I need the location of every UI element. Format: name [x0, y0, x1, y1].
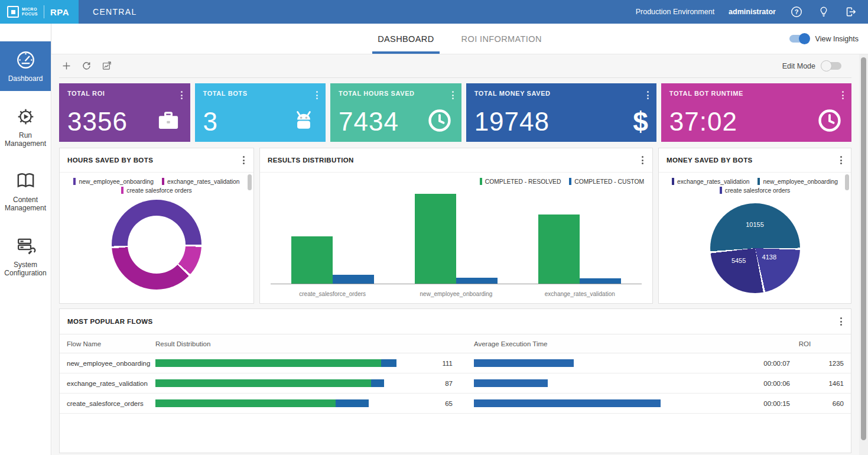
dashboard-toolbar: Edit Mode [59, 54, 851, 78]
brand-area: MICRO FOCUS RPA [0, 0, 79, 24]
edit-mode-label: Edit Mode [782, 62, 815, 70]
svg-text:?: ? [795, 8, 799, 15]
tile-menu-icon[interactable] [646, 90, 650, 100]
flow-name: create_salesforce_orders [67, 400, 155, 407]
bar-group [288, 187, 377, 284]
panel-scrollbar-thumb[interactable] [248, 174, 252, 190]
tile-total-bots[interactable]: TOTAL BOTS 3 [195, 83, 326, 142]
tile-total-money-saved[interactable]: TOTAL MONEY SAVED 19748 $ [466, 83, 656, 142]
tile-menu-icon[interactable] [180, 90, 184, 100]
hours-donut-chart [112, 200, 201, 290]
clock-icon [426, 107, 453, 134]
panel-menu-icon[interactable] [839, 316, 843, 327]
table-header-row: Flow Name Result Distribution Average Ex… [60, 334, 851, 353]
legend-item[interactable]: create salesforce orders [720, 187, 790, 194]
x-axis-label: new_employee_onboarding [412, 291, 500, 297]
refresh-icon[interactable] [81, 60, 92, 72]
micro-focus-logo-text: MICRO FOCUS [22, 7, 38, 16]
tile-title: TOTAL HOURS SAVED [339, 90, 453, 97]
sidebar-item-dashboard[interactable]: Dashboard [0, 41, 51, 91]
tab-dashboard[interactable]: DASHBOARD [372, 24, 439, 54]
lightbulb-icon[interactable] [817, 5, 830, 18]
legend-item[interactable]: new_employee_onboarding [758, 178, 838, 185]
tile-total-bot-runtime[interactable]: TOTAL BOT RUNTIME 37:02 [661, 83, 851, 142]
main-scrollbar-thumb[interactable] [861, 57, 866, 440]
column-header-average-execution-time: Average Execution Time [474, 340, 737, 347]
tile-title: TOTAL BOTS [203, 90, 318, 97]
legend-item[interactable]: COMPLETED - CUSTOM [569, 178, 644, 185]
column-header-flow-name: Flow Name [67, 340, 155, 347]
tile-total-roi[interactable]: TOTAL ROI 3356 [59, 83, 190, 142]
results-bar-chart [271, 187, 642, 284]
execution-time: 00:00:15 [737, 400, 790, 407]
panel-most-popular-flows: MOST POPULAR FLOWS Flow Name Result Dist… [59, 308, 851, 453]
tile-title: TOTAL ROI [67, 90, 182, 97]
panel-title: HOURS SAVED BY BOTS [67, 157, 153, 164]
tile-total-hours-saved[interactable]: TOTAL HOURS SAVED 7434 [330, 83, 461, 142]
tile-menu-icon[interactable] [841, 90, 845, 100]
tab-roi-information[interactable]: ROI INFORMATION [456, 24, 547, 54]
app-name: CENTRAL [93, 7, 136, 17]
legend-swatch [162, 178, 164, 185]
x-axis-labels: create_salesforce_orders new_employee_on… [271, 291, 642, 297]
add-icon[interactable] [61, 60, 72, 72]
legend-swatch [121, 187, 123, 194]
username[interactable]: administrator [729, 8, 776, 16]
sidebar-item-content-management[interactable]: Content Management [0, 162, 51, 220]
roi-value: 660 [820, 400, 844, 407]
legend-item[interactable]: COMPLETED - RESOLVED [480, 178, 561, 185]
logout-icon[interactable] [844, 5, 857, 18]
legend-item[interactable]: exchange_rates_validation [672, 178, 750, 185]
micro-focus-logo[interactable]: MICRO FOCUS [7, 6, 38, 18]
panel-menu-icon[interactable] [839, 155, 843, 165]
sidebar-item-run-management[interactable]: Run Management [0, 98, 51, 156]
book-icon [15, 170, 37, 192]
bar-resolved [291, 236, 333, 284]
kpi-tiles: TOTAL ROI 3356 TOTAL BOTS 3 [59, 83, 851, 142]
robot-icon [290, 107, 317, 134]
result-count: 111 [407, 360, 453, 367]
legend-item[interactable]: create salesforce orders [121, 187, 191, 194]
result-distribution-bar [155, 359, 396, 367]
tile-menu-icon[interactable] [451, 90, 455, 100]
briefcase-icon [155, 107, 182, 134]
legend-item[interactable]: exchange_rates_validation [162, 178, 240, 185]
result-count: 87 [407, 380, 453, 387]
help-icon[interactable]: ? [790, 5, 803, 18]
flow-name: new_employee_onboarding [67, 360, 155, 367]
panel-menu-icon[interactable] [242, 155, 246, 165]
panel-menu-icon[interactable] [641, 155, 645, 165]
bar-custom [333, 275, 374, 284]
table-row[interactable]: new_employee_onboarding 111 00:00:07 123… [60, 353, 851, 373]
sidebar-item-label: Dashboard [8, 75, 43, 83]
chart-legend: exchange_rates_validation new_employee_o… [659, 173, 851, 195]
export-report-icon[interactable] [101, 60, 112, 72]
environment-label: Production Environment [636, 8, 714, 16]
tile-menu-icon[interactable] [315, 90, 319, 100]
tile-value: 3356 [67, 109, 128, 134]
execution-time-bar [474, 399, 661, 407]
gauge-icon [15, 49, 37, 71]
tile-value: 7434 [339, 109, 399, 134]
bar-group [412, 187, 500, 284]
bar-custom [580, 278, 621, 284]
view-insights-toggle[interactable] [789, 35, 809, 43]
edit-mode-toggle[interactable] [822, 62, 841, 70]
server-wrench-icon [15, 235, 37, 257]
table-row[interactable]: exchange_rates_validation 87 00:00:06 14… [60, 373, 851, 394]
product-name: RPA [50, 7, 69, 17]
micro-focus-logo-icon [7, 6, 19, 18]
legend-swatch [758, 178, 760, 185]
legend-swatch [73, 178, 76, 185]
dashboard-content: Edit Mode TOTAL ROI 3356 TOTAL BOTS 3 [52, 54, 859, 455]
legend-swatch [672, 178, 674, 185]
sidebar-item-system-configuration[interactable]: System Configuration [0, 228, 51, 285]
tile-title: TOTAL BOT RUNTIME [669, 90, 843, 97]
panel-scrollbar-thumb[interactable] [845, 174, 849, 190]
legend-item[interactable]: new_employee_onboarding [73, 178, 154, 185]
pie-slice-label: 10155 [746, 221, 764, 228]
top-header: MICRO FOCUS RPA CENTRAL Production Envir… [0, 0, 868, 24]
pie-slice-label: 4138 [762, 254, 776, 261]
table-row[interactable]: create_salesforce_orders 65 00:00:15 660 [60, 394, 851, 414]
main-scrollbar[interactable] [859, 54, 868, 455]
